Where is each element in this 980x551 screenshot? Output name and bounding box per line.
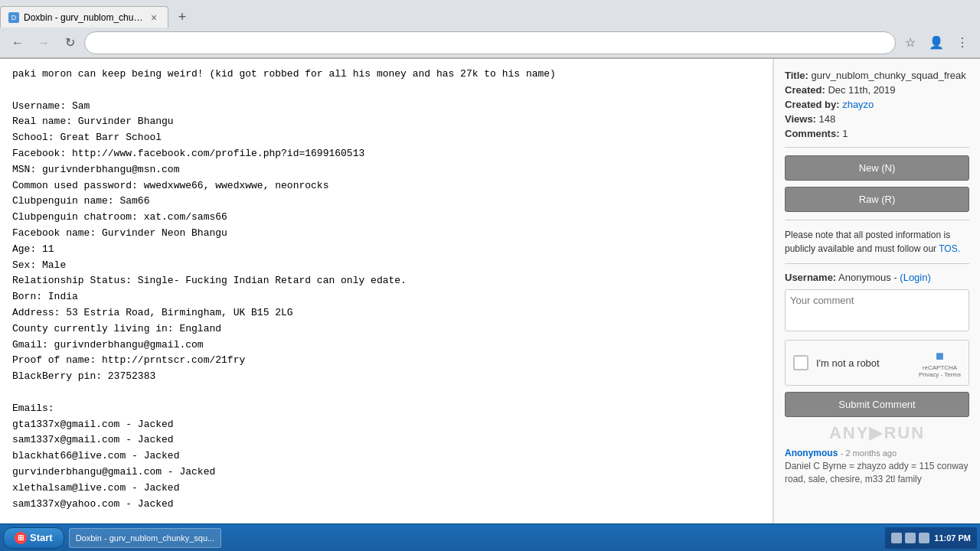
content-line: Common used password: wwedxwwe66, wwedxw… [12, 178, 760, 194]
created-meta: Created: Dec 11th, 2019 [785, 84, 969, 96]
bookmark-icon[interactable]: ☆ [899, 31, 922, 54]
anyrun-watermark: ANY▶RUN [785, 423, 969, 443]
captcha-left: I'm not a robot [793, 355, 880, 370]
browser-chrome: D Doxbin - gurv_nublom_chunky_squa... × … [0, 0, 980, 59]
views-value: 148 [819, 113, 836, 125]
username-label: Username: [785, 272, 836, 283]
created-label: Created: [785, 84, 825, 96]
content-line: gurvinderbhangu@gmail.com - Jacked [12, 465, 760, 481]
content-line: Clubpenguin chatroom: xat.com/sams66 [12, 210, 760, 226]
content-line: Emails: [12, 401, 760, 417]
content-line: Born: India [12, 289, 760, 305]
content-line: Real name: Gurvinder Bhangu [12, 114, 760, 130]
content-line: MSN: gurivnderbhangu@msn.com [12, 162, 760, 178]
created-by-meta: Created by: zhayzo [785, 99, 969, 110]
comment-text: Daniel C Byrne = zhayzo addy = 115 conwa… [785, 460, 969, 486]
tos-text: Please note that all posted information … [785, 230, 950, 254]
content-line: BlackBerry pin: 23752383 [12, 369, 760, 385]
comment-input[interactable] [785, 289, 969, 331]
created-by-link[interactable]: zhayzo [842, 99, 874, 110]
username-value: Anonymous - [838, 272, 897, 283]
recaptcha-logo: ■ [936, 348, 944, 364]
content-line: gta1337x@gmail.com - Jacked [12, 417, 760, 433]
login-link[interactable]: (Login) [900, 272, 930, 283]
taskbar-item-label: Doxbin - gurv_nublom_chunky_squ... [76, 533, 215, 543]
content-line: Facebook: http://www.facebook.com/profil… [12, 146, 760, 162]
views-meta: Views: 148 [785, 113, 969, 125]
captcha-right: ■ reCAPTCHA Privacy - Terms [919, 348, 961, 378]
content-line: Username: Sam [12, 99, 760, 115]
title-value: gurv_nublom_chunky_squad_freak [811, 70, 965, 81]
raw-btn[interactable]: Raw (R) [785, 187, 969, 212]
taskbar-items: Doxbin - gurv_nublom_chunky_squ... [69, 528, 884, 548]
taskbar-clock: 11:07 PM [934, 533, 971, 543]
comments-meta: Comments: 1 [785, 128, 969, 139]
nav-bar: ← → ↻ https://doxbin.org/upload/gurvnubl… [0, 28, 980, 58]
tab-close-btn[interactable]: × [148, 11, 160, 24]
main-content: paki moron can keep being weird! (kid go… [0, 59, 980, 551]
divider-3 [785, 263, 969, 264]
captcha-box[interactable]: I'm not a robot ■ reCAPTCHA Privacy - Te… [785, 340, 969, 386]
comment-section: Anonymous - 2 months ago Daniel C Byrne … [785, 448, 969, 486]
anyrun-arrow: ▶ [869, 423, 884, 442]
volume-icon [905, 533, 916, 543]
content-line: Gmail: gurivnderbhangu@gmail.com [12, 337, 760, 354]
username-row: Username: Anonymous - (Login) [785, 272, 969, 283]
content-line: Clubpenguin name: Sam66 [12, 194, 760, 210]
left-panel: paki moron can keep being weird! (kid go… [0, 59, 773, 551]
anyrun-text-2: RUN [884, 423, 925, 442]
battery-icon [919, 533, 929, 543]
tos-link[interactable]: TOS. [939, 243, 960, 254]
back-btn[interactable]: ← [6, 31, 29, 54]
content-line: School: Great Barr School [12, 130, 760, 146]
active-tab[interactable]: D Doxbin - gurv_nublom_chunky_squa... × [0, 6, 168, 28]
content-line: County currently living in: England [12, 321, 760, 337]
new-tab-btn[interactable]: + [172, 6, 193, 28]
content-line: Address: 53 Estria Road, Birmingham, UK … [12, 305, 760, 321]
sys-icons [891, 533, 929, 543]
address-bar[interactable]: https://doxbin.org/upload/gurvnublomchun… [84, 31, 896, 54]
content-line: Age: 11 [12, 242, 760, 258]
content-lines: Username: SamReal name: Gurvinder Bhangu… [12, 83, 760, 551]
sidebar-toggle[interactable]: → [773, 67, 774, 90]
content-line: sam1337x@gmail.com - Jacked [12, 432, 760, 448]
content-line: Sex: Male [12, 258, 760, 274]
content-line: sam1337x@yahoo.com - Jacked [12, 497, 760, 513]
captcha-checkbox[interactable] [793, 355, 808, 370]
title-label: Title: [785, 70, 808, 81]
taskbar-time-display: 11:07 PM [934, 533, 971, 543]
url-input[interactable]: https://doxbin.org/upload/gurvnublomchun… [94, 37, 886, 48]
submit-comment-btn[interactable]: Submit Comment [785, 392, 969, 417]
tab-favicon: D [8, 12, 19, 23]
content-line: xlethalsam@live.com - Jacked [12, 481, 760, 497]
views-label: Views: [785, 113, 816, 125]
comments-value: 1 [842, 128, 848, 139]
title-meta: Title: gurv_nublom_chunky_squad_freak [785, 70, 969, 81]
network-icon [891, 533, 902, 543]
recaptcha-text: reCAPTCHA [923, 364, 957, 371]
captcha-label: I'm not a robot [816, 357, 880, 369]
start-button[interactable]: ⊞ Start [3, 527, 64, 549]
taskbar-browser-item[interactable]: Doxbin - gurv_nublom_chunky_squ... [69, 528, 222, 548]
created-value: Dec 11th, 2019 [828, 84, 895, 96]
taskbar-right: 11:07 PM [885, 527, 977, 549]
comments-label: Comments: [785, 128, 840, 139]
content-line: Facebook name: Gurvinder Neon Bhangu [12, 226, 760, 242]
header-line: paki moron can keep being weird! (kid go… [12, 67, 760, 83]
profile-icon[interactable]: 👤 [925, 31, 948, 54]
recaptcha-privacy: Privacy - Terms [919, 371, 961, 378]
right-sidebar: → Title: gurv_nublom_chunky_squad_freak … [773, 59, 980, 551]
menu-icon[interactable]: ⋮ [951, 31, 974, 54]
created-by-label: Created by: [785, 99, 840, 110]
content-line [12, 385, 760, 401]
divider-1 [785, 147, 969, 148]
start-label: Start [30, 532, 53, 543]
new-btn[interactable]: New (N) [785, 155, 969, 181]
taskbar: ⊞ Start Doxbin - gurv_nublom_chunky_squ.… [0, 523, 980, 551]
anyrun-text-1: ANY [829, 423, 869, 442]
comment-username: Anonymous [785, 448, 838, 458]
refresh-btn[interactable]: ↻ [58, 31, 81, 54]
start-icon: ⊞ [15, 532, 27, 544]
content-line [12, 83, 760, 99]
forward-btn[interactable]: → [32, 31, 55, 54]
